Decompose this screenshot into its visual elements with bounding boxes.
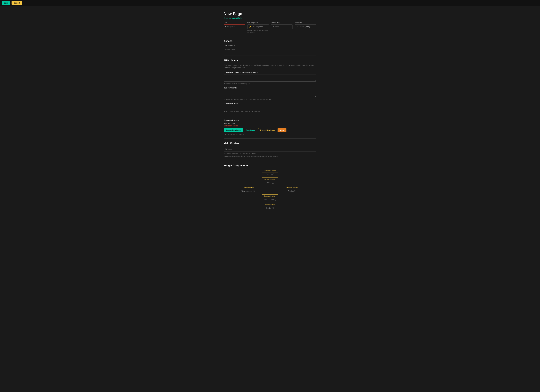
- top-nav-label: Top Nav: [266, 173, 272, 175]
- title-field-group: Title H: [224, 22, 245, 33]
- key-icon: 🔑: [249, 26, 251, 28]
- og-description-label: Opengraph / Search Engine Description: [224, 71, 316, 73]
- main-content-area: New Page show/hide required fields Title…: [221, 6, 319, 222]
- og-description-note: Description used for social sharing and …: [224, 83, 316, 85]
- og-image-label: Opengraph Image: [224, 119, 316, 121]
- selected-image-label: Selected Image: [224, 122, 316, 124]
- main-content-value: None: [228, 148, 232, 150]
- upload-new-image-button[interactable]: Upload New Image: [258, 128, 277, 132]
- og-title-label: Opengraph Title: [224, 102, 316, 104]
- resize-handle-icon: ⇲: [315, 80, 316, 81]
- seo-social-section: SEO / Social If the page content is a co…: [224, 59, 316, 135]
- seo-keywords-input[interactable]: [224, 90, 316, 97]
- after-content-info-icon[interactable]: i: [274, 199, 276, 201]
- h-icon: H: [225, 25, 226, 28]
- main-content-icon: ⊡: [225, 148, 227, 150]
- seo-social-title: SEO / Social: [224, 59, 316, 62]
- template-field-group: Template ⊡ Default (Alba): [295, 22, 316, 33]
- header-label: Header: [266, 182, 271, 184]
- footer-label: Footer: [266, 207, 271, 209]
- choose-new-image-button[interactable]: Choose New Image: [224, 128, 243, 132]
- sidebar-label: Sidebar: [288, 190, 294, 192]
- widget-assignments-title: Widget Assignments: [224, 164, 316, 167]
- show-required-link[interactable]: show/hide required fields: [224, 17, 242, 19]
- override-sidebar-button[interactable]: Override Position: [284, 186, 300, 189]
- sidebar-info-icon[interactable]: i: [294, 190, 296, 192]
- top-bar: Save Cancel: [0, 0, 540, 6]
- main-content-selector[interactable]: ⊡ None: [224, 147, 316, 151]
- parent-page-value: None: [275, 25, 279, 28]
- parent-page-input-wrapper[interactable]: ⬆ None: [271, 25, 293, 29]
- footer-info-icon[interactable]: i: [272, 207, 274, 209]
- page-title: New Page: [224, 11, 316, 16]
- limit-access-select-wrapper[interactable]: Select Value +: [224, 47, 316, 52]
- template-icon: ⊡: [296, 26, 298, 28]
- url-segment-field-group: URL Segment 🔑 Alphanumeric characters on…: [247, 22, 269, 33]
- override-header-button[interactable]: Override Position: [262, 177, 278, 181]
- limit-access-group: Limit Access To Select Value +: [224, 45, 316, 52]
- override-after-content-button[interactable]: Override Position: [262, 194, 278, 198]
- seo-social-description: If the page content is a collection or h…: [224, 64, 316, 69]
- og-image-section: Opengraph Image Selected Image No Image …: [224, 119, 316, 135]
- seo-keywords-wrapper: ⇲: [224, 90, 316, 97]
- access-section: Access Limit Access To Select Value +: [224, 40, 316, 52]
- url-segment-note: Alphanumeric characters only, no spaces.: [247, 29, 269, 33]
- resize-handle-icon2: ⇲: [315, 95, 316, 97]
- above-content-info-icon[interactable]: i: [253, 190, 255, 192]
- url-segment-input-wrapper[interactable]: 🔑: [247, 25, 269, 29]
- override-top-nav-button[interactable]: Override Position: [262, 169, 278, 172]
- title-input-wrapper[interactable]: H: [224, 25, 245, 29]
- seo-keywords-label: SEO Keywords: [224, 87, 316, 89]
- main-content-note2: Leaving this blank is fine, but all visi…: [224, 155, 316, 157]
- template-value: Default (Alba): [299, 25, 310, 28]
- override-above-content-button[interactable]: Override Position: [240, 186, 256, 189]
- no-image-text: No Image Selected: [224, 125, 316, 127]
- select-plus-icon: +: [314, 49, 315, 51]
- save-button[interactable]: Save: [2, 1, 10, 5]
- limit-access-label: Limit Access To: [224, 45, 316, 46]
- seo-keywords-note: Keywords and phrases used for SEO - sepa…: [224, 98, 316, 100]
- access-title: Access: [224, 40, 316, 43]
- main-content-section: Main Content ⊡ None Choose main content …: [224, 142, 316, 157]
- url-segment-input[interactable]: [252, 25, 267, 28]
- top-nav-info-icon[interactable]: i: [272, 173, 274, 175]
- parent-page-label: Parent Page: [271, 22, 293, 24]
- template-input-wrapper[interactable]: ⊡ Default (Alba): [295, 25, 316, 29]
- after-content-label: After Content: [264, 199, 274, 201]
- url-segment-label: URL Segment: [247, 22, 269, 24]
- title-input[interactable]: [227, 25, 244, 28]
- crop-image-button[interactable]: Crop Image: [244, 128, 257, 132]
- og-title-input[interactable]: [224, 106, 316, 110]
- image-buttons: Choose New Image Crop Image Upload New I…: [224, 128, 316, 132]
- parent-icon: ⬆: [273, 26, 274, 28]
- template-label: Template: [295, 22, 316, 24]
- og-title-note: Used for social sharing - leave blank to…: [224, 111, 316, 112]
- main-content-note1: Choose main content and presentation opt…: [224, 153, 316, 155]
- cancel-button[interactable]: Cancel: [11, 1, 22, 5]
- og-description-wrapper: ⇲: [224, 75, 316, 82]
- above-content-label: Above Content: [241, 190, 252, 192]
- fields-row: Title H URL Segment 🔑 Alphanumeric chara…: [224, 22, 316, 33]
- override-footer-button[interactable]: Override Position: [262, 203, 278, 206]
- clear-button[interactable]: Clear: [278, 128, 286, 132]
- widget-assignments-section: Widget Assignments Override Position Top…: [224, 164, 316, 209]
- parent-page-field-group: Parent Page ⬆ None: [271, 22, 293, 33]
- image-note: Image used for social sharing: [224, 133, 316, 135]
- main-content-title: Main Content: [224, 142, 316, 145]
- og-description-input[interactable]: [224, 75, 316, 82]
- header-info-icon[interactable]: i: [272, 182, 274, 184]
- title-label: Title: [224, 22, 245, 24]
- limit-access-select[interactable]: Select Value: [224, 47, 316, 52]
